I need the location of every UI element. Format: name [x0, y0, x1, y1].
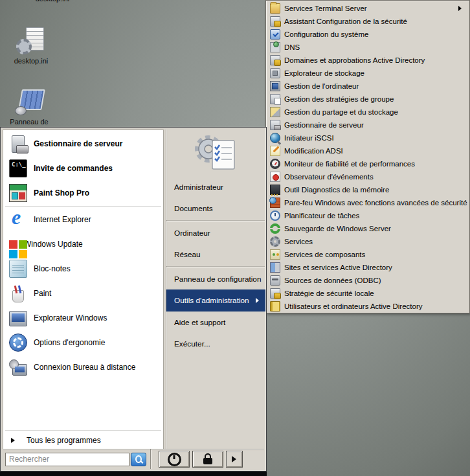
search-input[interactable]	[5, 453, 129, 466]
start-menu-program-item[interactable]: Paint	[3, 281, 163, 306]
submenu-item[interactable]: Configuration du système	[266, 28, 469, 41]
fw-icon	[270, 198, 280, 208]
seclocal-icon	[270, 288, 280, 299]
submenu-item[interactable]: Planificateur de tâches	[266, 209, 469, 222]
start-menu-program-item[interactable]: Windows Update	[3, 232, 163, 256]
comp-icon	[270, 249, 280, 260]
submenu-item[interactable]: Outil Diagnostics de la mémoire	[266, 183, 469, 196]
submenu-item[interactable]: Moniteur de fiabilité et de performances	[266, 157, 469, 170]
submenu-item[interactable]: Sites et services Active Directory	[266, 261, 469, 274]
divider	[5, 206, 161, 207]
submenu-item[interactable]: Observateur d'événements	[266, 170, 469, 183]
submenu-item[interactable]: Modification ADSI	[266, 144, 469, 157]
desktop-icon-desktop-ini[interactable]: desktop.ini	[2, 27, 60, 65]
perf-icon	[270, 159, 280, 169]
place-item-label: Aide et support	[174, 318, 225, 327]
submenu-item[interactable]: Domaines et approbations Active Director…	[266, 54, 469, 67]
submenu-item[interactable]: Gestion du partage et du stockage	[266, 106, 469, 119]
submenu-item[interactable]: Gestion des stratégies de groupe	[266, 93, 469, 106]
program-item-label: Connexion Bureau à distance	[34, 363, 135, 372]
program-item-label: Paint Shop Pro	[34, 188, 89, 198]
submenu-item-label: Gestion des stratégies de groupe	[284, 95, 394, 103]
start-menu-program-item[interactable]: Connexion Bureau à distance	[3, 355, 163, 380]
dns-icon	[270, 42, 280, 52]
start-menu-place-item[interactable]: Outils d'administration	[166, 289, 265, 312]
submenu-item-label: Outil Diagnostics de la mémoire	[284, 186, 389, 194]
start-menu-place-item[interactable]: Panneau de configuration	[166, 268, 265, 289]
submenu-item[interactable]: Utilisateurs et ordinateurs Active Direc…	[266, 300, 469, 313]
submenu-item[interactable]: Services Terminal Server	[266, 2, 469, 15]
submenu-item-label: Configuration du système	[284, 30, 368, 38]
clock-icon	[270, 210, 280, 221]
cmd-icon	[9, 159, 27, 177]
submenu-item-label: Moniteur de fiabilité et de performances	[284, 160, 415, 168]
start-menu-program-item[interactable]: Invite de commandes	[3, 156, 163, 181]
desktop-icon-control-panel[interactable]: Panneau de	[0, 89, 58, 126]
rdp-icon	[12, 364, 27, 376]
submenu-item[interactable]: Pare-feu Windows avec fonctions avancées…	[266, 196, 469, 209]
spacer	[3, 380, 163, 429]
submenu-item-label: Domaines et approbations Active Director…	[284, 56, 425, 64]
program-item-label: Explorateur Windows	[34, 313, 107, 323]
odbc-icon	[270, 275, 280, 286]
taskbar-fragment[interactable]	[0, 471, 267, 476]
start-menu: Gestionnaire de serveur Invite de comman…	[0, 127, 267, 471]
submenu-item[interactable]: Initiateur iSCSI	[266, 131, 469, 144]
control-panel-icon	[14, 89, 45, 115]
explorer-icon	[9, 311, 27, 326]
event-icon	[270, 172, 280, 182]
submenu-item-label: Initiateur iSCSI	[284, 134, 334, 142]
start-menu-place-item[interactable]: Administrateur	[166, 176, 265, 198]
submenu-item[interactable]: Stratégie de sécurité locale	[266, 287, 469, 300]
submenu-item[interactable]: Explorateur de stockage	[266, 67, 469, 80]
start-menu-place-item[interactable]: Réseau	[166, 244, 265, 265]
selected-item-preview	[166, 130, 265, 176]
start-menu-place-item[interactable]: Aide et support	[166, 312, 265, 333]
adusers-icon	[270, 301, 280, 312]
compmgmt-icon	[270, 81, 280, 91]
admin-tools-submenu: Services Terminal Server Assistant Confi…	[265, 0, 470, 313]
start-menu-program-item[interactable]: Options d'ergonomie	[3, 330, 163, 355]
power-icon	[168, 453, 181, 466]
submenu-item-label: Planificateur de tâches	[284, 212, 359, 220]
submenu-item[interactable]: Gestion de l'ordinateur	[266, 80, 469, 93]
addomain-icon	[270, 55, 280, 65]
program-item-label: Invite de commandes	[34, 164, 113, 173]
folder-icon	[270, 3, 280, 14]
submenu-item[interactable]: Sauvegarde de Windows Server	[266, 222, 469, 235]
adsi-icon	[270, 146, 280, 156]
place-item-label: Documents	[174, 204, 213, 213]
submenu-item[interactable]: Gestionnaire de serveur	[266, 119, 469, 131]
start-menu-program-item[interactable]: Paint Shop Pro	[3, 181, 163, 205]
share-icon	[270, 107, 280, 117]
search-button[interactable]	[131, 453, 146, 466]
arrow-right-icon	[232, 456, 240, 462]
submenu-item[interactable]: Services	[266, 235, 469, 248]
submenu-item[interactable]: Services de composants	[266, 248, 469, 261]
place-item-label: Outils d'administration	[174, 296, 249, 305]
all-programs-item[interactable]: Tous les programmes	[3, 431, 163, 449]
srvlock-icon	[270, 16, 280, 27]
start-menu-place-item[interactable]: Exécuter...	[166, 333, 265, 354]
start-menu-program-item[interactable]: Internet Explorer	[3, 207, 163, 232]
submenu-item[interactable]: Sources de données (ODBC)	[266, 274, 469, 287]
storage-icon	[270, 68, 280, 78]
submenu-item-label: Sources de données (ODBC)	[284, 277, 381, 284]
shutdown-button[interactable]	[159, 451, 190, 468]
start-menu-program-item[interactable]: Bloc-notes	[3, 256, 163, 281]
submenu-item[interactable]: Assistant Configuration de la sécurité	[266, 15, 469, 28]
submenu-item[interactable]: DNS	[266, 41, 469, 54]
program-item-label: Gestionnaire de serveur	[34, 139, 122, 148]
submenu-item-label: Pare-feu Windows avec fonctions avancées…	[284, 199, 467, 207]
program-item-label: Internet Explorer	[34, 215, 91, 224]
place-item-label: Exécuter...	[174, 339, 210, 348]
lock-button[interactable]	[192, 451, 223, 468]
start-menu-program-item[interactable]: Gestionnaire de serveur	[3, 131, 163, 156]
program-item-label: Paint	[34, 289, 51, 298]
start-menu-place-item[interactable]: Ordinateur	[166, 222, 265, 244]
power-options-expand-button[interactable]	[226, 451, 243, 468]
place-item-label: Réseau	[174, 250, 201, 259]
start-menu-program-item[interactable]: Explorateur Windows	[3, 306, 163, 330]
start-menu-place-item[interactable]: Documents	[166, 198, 265, 219]
ie-icon	[9, 210, 27, 229]
